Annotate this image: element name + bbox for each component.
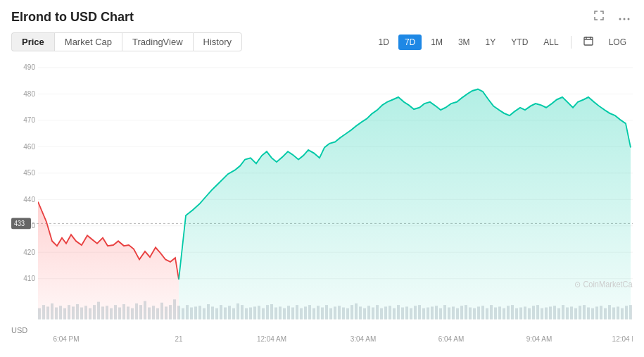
svg-text:6:04 AM: 6:04 AM [438, 334, 465, 344]
svg-rect-78 [258, 306, 260, 319]
svg-point-1 [624, 18, 626, 20]
svg-rect-94 [325, 305, 328, 319]
ctrl-1d[interactable]: 1D [372, 35, 396, 50]
svg-rect-49 [135, 303, 138, 320]
svg-text:433: 433 [14, 219, 25, 227]
svg-rect-158 [595, 306, 598, 319]
svg-rect-103 [363, 308, 366, 320]
svg-rect-150 [562, 305, 564, 319]
svg-rect-137 [507, 306, 510, 319]
svg-rect-149 [557, 308, 560, 320]
svg-rect-129 [473, 308, 476, 320]
svg-rect-53 [152, 306, 155, 319]
ctrl-log[interactable]: LOG [602, 35, 633, 50]
svg-rect-87 [296, 305, 298, 319]
svg-rect-71 [228, 306, 231, 319]
svg-rect-74 [241, 305, 244, 319]
svg-rect-126 [460, 306, 463, 319]
svg-rect-143 [532, 306, 535, 319]
svg-rect-75 [245, 308, 248, 320]
usd-currency-label: USD [11, 326, 27, 334]
svg-rect-142 [528, 308, 531, 320]
svg-rect-63 [194, 306, 197, 319]
svg-rect-32 [63, 308, 66, 320]
svg-rect-83 [279, 306, 282, 319]
svg-rect-57 [169, 305, 172, 319]
svg-rect-34 [72, 306, 75, 319]
svg-rect-77 [253, 306, 256, 319]
svg-rect-144 [536, 305, 539, 319]
tab-trading-view[interactable]: TradingView [122, 32, 193, 51]
svg-rect-40 [97, 302, 100, 320]
svg-text:⊙ CoinMarketCap: ⊙ CoinMarketCap [574, 280, 633, 289]
svg-text:440: 440 [23, 194, 35, 203]
svg-text:3:04 AM: 3:04 AM [351, 334, 377, 344]
svg-rect-81 [270, 304, 273, 320]
ctrl-3m[interactable]: 3M [452, 35, 476, 50]
svg-rect-68 [215, 308, 218, 320]
svg-rect-157 [591, 308, 594, 320]
svg-text:490: 490 [23, 63, 35, 72]
svg-rect-70 [224, 308, 227, 320]
svg-rect-145 [541, 308, 543, 320]
svg-rect-29 [51, 303, 53, 320]
svg-rect-119 [431, 306, 434, 319]
svg-rect-132 [486, 308, 488, 320]
header-icons [591, 8, 633, 25]
svg-rect-61 [186, 305, 189, 319]
svg-rect-135 [498, 306, 501, 319]
svg-rect-82 [274, 308, 277, 320]
svg-rect-95 [329, 308, 332, 320]
ctrl-1m[interactable]: 1M [424, 35, 449, 50]
chart-title: Elrond to USD Chart [11, 10, 134, 25]
svg-rect-45 [118, 308, 121, 320]
svg-rect-154 [579, 306, 581, 319]
svg-rect-38 [89, 308, 91, 320]
svg-rect-125 [456, 308, 459, 320]
svg-point-2 [628, 18, 630, 20]
tab-history[interactable]: History [193, 32, 242, 51]
svg-rect-93 [321, 308, 324, 320]
svg-rect-88 [300, 308, 303, 320]
tab-market-cap[interactable]: Market Cap [54, 32, 122, 51]
ctrl-calendar[interactable] [577, 33, 600, 51]
svg-text:12:04 PM: 12:04 PM [612, 334, 633, 344]
svg-rect-116 [418, 305, 421, 319]
ctrl-1y[interactable]: 1Y [479, 35, 503, 50]
svg-rect-107 [380, 308, 383, 320]
chart-area: 490 480 470 460 450 440 430 420 410 [11, 56, 633, 351]
svg-rect-122 [443, 305, 446, 319]
svg-rect-39 [93, 305, 96, 319]
svg-rect-47 [127, 306, 130, 319]
ctrl-ytd[interactable]: YTD [505, 35, 534, 50]
svg-rect-155 [583, 305, 586, 319]
svg-rect-58 [173, 299, 176, 319]
svg-rect-80 [266, 305, 269, 319]
svg-rect-104 [367, 306, 370, 319]
svg-rect-51 [144, 301, 146, 319]
svg-rect-73 [236, 303, 239, 320]
svg-rect-59 [177, 306, 180, 319]
main-container: Elrond to USD Chart Price Market Cap Tra… [0, 0, 644, 357]
svg-rect-113 [405, 306, 408, 319]
svg-rect-91 [312, 308, 315, 320]
svg-rect-130 [477, 306, 480, 319]
svg-rect-28 [46, 306, 49, 319]
tab-price[interactable]: Price [11, 32, 54, 51]
ctrl-7d[interactable]: 7D [398, 35, 422, 50]
expand-button[interactable] [591, 8, 607, 25]
svg-rect-100 [351, 305, 353, 319]
svg-rect-128 [469, 308, 472, 320]
price-chart: 490 480 470 460 450 440 430 420 410 [11, 56, 633, 351]
svg-rect-76 [249, 308, 252, 320]
svg-rect-120 [435, 306, 438, 319]
svg-rect-136 [503, 308, 505, 320]
svg-rect-27 [42, 305, 45, 319]
more-button[interactable] [616, 9, 633, 25]
svg-rect-86 [291, 308, 294, 320]
svg-rect-152 [570, 306, 573, 319]
svg-rect-92 [317, 306, 320, 319]
svg-rect-166 [629, 305, 632, 319]
svg-rect-64 [198, 306, 201, 319]
ctrl-all[interactable]: ALL [537, 35, 564, 50]
